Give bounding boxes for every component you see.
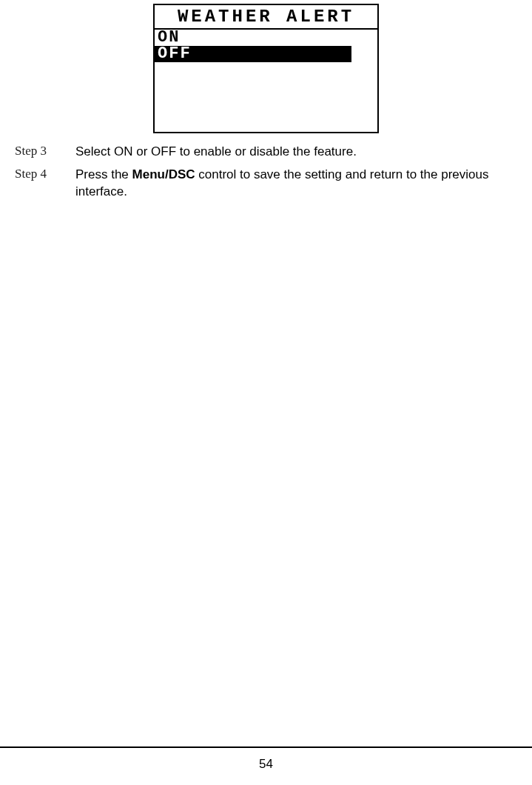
step-3-text: Select ON or OFF to enable or disable th… (75, 144, 357, 161)
device-screen: WEATHER ALERT ON OFF (153, 4, 379, 133)
page-footer: 54 (0, 746, 532, 772)
step-4-label: Step 4 (15, 167, 75, 181)
step-4-bold: Menu/DSC (132, 167, 195, 181)
page-number: 54 (259, 757, 273, 771)
screen-title: WEATHER ALERT (155, 5, 377, 30)
step-4-text-before: Press the (75, 167, 132, 181)
option-off: OFF (155, 46, 351, 62)
option-on: ON (155, 30, 377, 46)
steps-list: Step 3 Select ON or OFF to enable or dis… (0, 144, 532, 201)
screen-body: ON OFF (155, 30, 377, 132)
step-4-row: Step 4 Press the Menu/DSC control to sav… (15, 167, 523, 201)
step-4-text: Press the Menu/DSC control to save the s… (75, 167, 523, 201)
step-3-row: Step 3 Select ON or OFF to enable or dis… (15, 144, 523, 161)
step-3-label: Step 3 (15, 144, 75, 158)
